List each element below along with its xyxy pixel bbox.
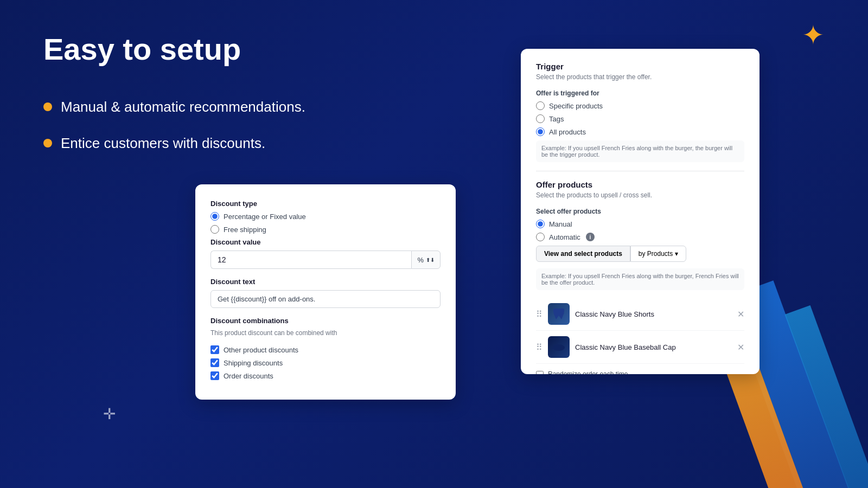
- offer-products-subtitle: Select the products to upsell / cross se…: [536, 191, 744, 199]
- discount-value-row: % ⬆⬇: [210, 251, 441, 269]
- offer-products-title: Offer products: [536, 180, 744, 189]
- svg-rect-2: [552, 348, 556, 349]
- mode-auto-text: Automatic: [549, 233, 580, 241]
- mode-auto-input[interactable]: [536, 233, 545, 241]
- product-tab-row: View and select products by Products ▾: [536, 246, 744, 262]
- discount-type-label: Discount type: [210, 200, 441, 208]
- mode-manual-input[interactable]: [536, 220, 545, 228]
- mode-manual-text: Manual: [549, 220, 572, 228]
- product-name-1: Classic Navy Blue Shorts: [575, 310, 732, 318]
- tab-view-select-button[interactable]: View and select products: [536, 246, 630, 262]
- offer-panel: Trigger Select the products that trigger…: [521, 49, 760, 374]
- trigger-title: Trigger: [536, 62, 744, 71]
- discount-unit-text: %: [417, 256, 424, 264]
- combinations-checkboxes: Other product discounts Shipping discoun…: [210, 345, 441, 380]
- bullet-dot-1: [43, 102, 52, 111]
- trig-tags-input[interactable]: [536, 114, 545, 123]
- trigger-example-text: Example: If you upsell French Fries alon…: [536, 140, 744, 162]
- randomize-row: Randomize order each time Order of produ…: [536, 370, 744, 374]
- randomize-label: Randomize order each time: [548, 370, 662, 374]
- chevron-down-icon: ▾: [675, 250, 678, 258]
- trig-specific-label[interactable]: Specific products: [536, 101, 744, 110]
- discount-value-label: Discount value: [210, 238, 441, 246]
- cb-other-text: Other product discounts: [224, 346, 298, 354]
- combinations-label: Discount combinations: [210, 317, 441, 325]
- cb-other-label[interactable]: Other product discounts: [210, 345, 441, 354]
- trig-tags-label[interactable]: Tags: [536, 114, 744, 123]
- cb-shipping-input[interactable]: [210, 358, 219, 367]
- radio-percentage-input[interactable]: [210, 212, 219, 221]
- unit-arrows-icon: ⬆⬇: [426, 257, 435, 263]
- trig-all-text: All products: [549, 128, 586, 136]
- cb-shipping-text: Shipping discounts: [224, 359, 283, 367]
- product-row-2: ⠿ Classic Navy Blue Baseball Cap ✕: [536, 331, 744, 364]
- drag-handle-2[interactable]: ⠿: [536, 342, 542, 352]
- randomize-text-block: Randomize order each time Order of produ…: [548, 370, 662, 374]
- cb-order-label[interactable]: Order discounts: [210, 371, 441, 380]
- mode-auto-label[interactable]: Automatic i: [536, 233, 744, 241]
- offer-mode-radio-group: Manual Automatic i: [536, 220, 744, 241]
- trig-all-label[interactable]: All products: [536, 127, 744, 136]
- cb-shipping-label[interactable]: Shipping discounts: [210, 358, 441, 367]
- bullet-dot-2: [43, 139, 52, 147]
- shorts-icon: [551, 306, 567, 322]
- trigger-for-label: Offer is triggered for: [536, 89, 744, 97]
- select-offer-label: Select offer products: [536, 208, 744, 215]
- panel-divider: [536, 171, 744, 171]
- cap-icon: [551, 339, 567, 355]
- cb-order-text: Order discounts: [224, 372, 273, 380]
- product-thumb-1: [548, 303, 570, 325]
- bullet-text-1: Manual & automatic recommendations.: [61, 99, 305, 115]
- product-thumb-2: [548, 336, 570, 358]
- product-name-2: Classic Navy Blue Baseball Cap: [575, 343, 732, 351]
- remove-product-1-button[interactable]: ✕: [737, 309, 744, 319]
- radio-percentage-text: Percentage or Fixed value: [224, 213, 306, 221]
- randomize-checkbox[interactable]: [536, 371, 544, 374]
- auto-info-icon: i: [586, 233, 595, 241]
- remove-product-2-button[interactable]: ✕: [737, 342, 744, 352]
- combinations-subtitle: This product discount can be combined wi…: [210, 329, 441, 337]
- radio-percentage-label[interactable]: Percentage or Fixed value: [210, 212, 441, 221]
- trig-tags-text: Tags: [549, 115, 564, 123]
- drag-handle-1[interactable]: ⠿: [536, 309, 542, 319]
- discount-unit-selector[interactable]: % ⬆⬇: [411, 251, 441, 269]
- trigger-radio-group: Specific products Tags All products: [536, 101, 744, 136]
- tab-by-products-text: by Products: [639, 250, 673, 258]
- discount-text-input[interactable]: [210, 290, 441, 308]
- discount-value-input[interactable]: [210, 251, 411, 269]
- trig-specific-input[interactable]: [536, 101, 545, 110]
- cb-other-input[interactable]: [210, 345, 219, 354]
- trig-specific-text: Specific products: [549, 102, 603, 110]
- bullet-text-2: Entice customers with discounts.: [61, 135, 265, 152]
- discount-type-radio-group: Percentage or Fixed value Free shipping: [210, 212, 441, 234]
- svg-rect-0: [553, 309, 564, 313]
- trig-all-input[interactable]: [536, 127, 545, 136]
- product-row-1: ⠿ Classic Navy Blue Shorts ✕: [536, 298, 744, 331]
- offer-example-text: Example: If you upsell French Fries alon…: [536, 268, 744, 290]
- radio-shipping-label[interactable]: Free shipping: [210, 225, 441, 234]
- tab-by-products-button[interactable]: by Products ▾: [630, 246, 686, 262]
- radio-shipping-text: Free shipping: [224, 226, 266, 234]
- trigger-subtitle: Select the products that trigger the off…: [536, 73, 744, 81]
- mode-manual-label[interactable]: Manual: [536, 220, 744, 228]
- discount-text-label: Discount text: [210, 278, 441, 286]
- radio-shipping-input[interactable]: [210, 225, 219, 234]
- discount-panel: Discount type Percentage or Fixed value …: [195, 184, 456, 400]
- cb-order-input[interactable]: [210, 371, 219, 380]
